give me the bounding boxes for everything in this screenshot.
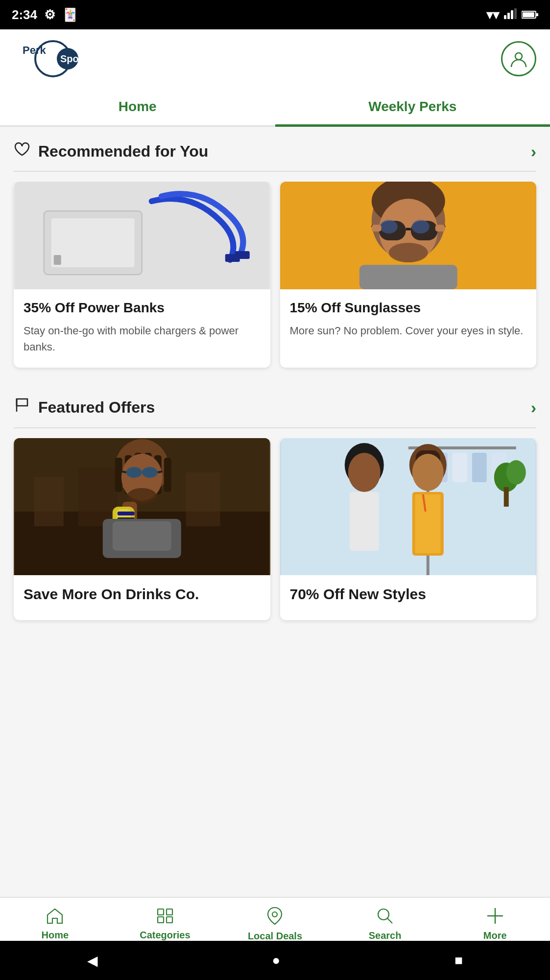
- svg-line-50: [121, 471, 126, 472]
- card-title-power-banks: 35% Off Power Banks: [24, 300, 261, 316]
- svg-rect-74: [415, 494, 440, 553]
- card-title-drinks: Save More On Drinks Co.: [24, 586, 261, 603]
- sim-icon: 🃏: [62, 7, 78, 23]
- svg-rect-37: [78, 467, 118, 526]
- signal-icon: [504, 7, 517, 23]
- card-body-sunglasses: 15% Off Sunglasses More sun? No problem.…: [280, 289, 537, 368]
- svg-rect-29: [371, 225, 381, 232]
- tab-weekly-perks[interactable]: Weekly Perks: [275, 88, 550, 125]
- svg-text:Spot: Spot: [60, 53, 82, 64]
- nav-home-label: Home: [42, 930, 69, 941]
- tab-bar: Home Weekly Perks: [0, 88, 550, 127]
- logo: Perk Spot: [14, 39, 112, 78]
- svg-rect-82: [167, 917, 172, 923]
- nav-more-label: More: [483, 930, 507, 941]
- recommended-title-wrap: Recommended for You: [14, 141, 208, 161]
- status-left: 2:34 ⚙ 🃏: [12, 7, 78, 23]
- android-recent[interactable]: ■: [454, 953, 463, 968]
- card-image-styles: [280, 438, 537, 575]
- svg-point-77: [506, 460, 526, 485]
- card-image-power-banks: [14, 182, 270, 289]
- card-desc-sunglasses: More sun? No problem. Cover your eyes in…: [290, 323, 527, 339]
- recommended-divider: [14, 171, 536, 172]
- featured-section-header: Featured Offers ›: [0, 382, 550, 427]
- card-styles[interactable]: 70% Off New Styles: [280, 438, 537, 620]
- more-icon: [486, 907, 504, 927]
- card-title-sunglasses: 15% Off Sunglasses: [290, 300, 527, 316]
- tab-home[interactable]: Home: [0, 88, 275, 125]
- svg-point-52: [127, 488, 157, 504]
- card-body-power-banks: 35% Off Power Banks Stay on-the-go with …: [14, 289, 270, 368]
- status-bar: 2:34 ⚙ 🃏 ▾▾: [0, 0, 550, 29]
- card-body-styles: 70% Off New Styles: [280, 575, 537, 620]
- featured-cards: Save More On Drinks Co.: [0, 438, 550, 635]
- svg-rect-32: [359, 265, 457, 289]
- card-drinks[interactable]: Save More On Drinks Co.: [14, 438, 270, 620]
- main-content: Recommended for You ›: [0, 127, 550, 723]
- featured-divider: [14, 427, 536, 428]
- svg-rect-15: [54, 255, 61, 265]
- perkspot-logo: Perk Spot: [14, 39, 112, 78]
- recommended-chevron[interactable]: ›: [531, 142, 536, 161]
- svg-rect-30: [435, 225, 445, 232]
- heart-icon: [14, 141, 30, 161]
- svg-rect-65: [472, 453, 486, 482]
- svg-rect-76: [503, 487, 508, 507]
- search-icon: [376, 907, 394, 927]
- categories-icon: [156, 908, 174, 927]
- card-desc-power-banks: Stay on-the-go with mobile chargers & po…: [24, 323, 261, 355]
- svg-rect-36: [34, 477, 64, 526]
- svg-point-47: [126, 467, 142, 478]
- status-time: 2:34: [12, 7, 37, 23]
- svg-rect-56: [118, 512, 135, 515]
- svg-rect-38: [186, 472, 220, 526]
- svg-rect-6: [536, 13, 538, 16]
- svg-point-68: [348, 453, 380, 492]
- recommended-cards: 35% Off Power Banks Stay on-the-go with …: [0, 182, 550, 382]
- svg-text:Perk: Perk: [23, 44, 46, 56]
- home-icon: [46, 908, 64, 927]
- svg-rect-3: [514, 8, 517, 19]
- svg-rect-14: [51, 218, 135, 267]
- svg-point-28: [411, 220, 429, 233]
- svg-rect-59: [113, 521, 171, 551]
- featured-chevron[interactable]: ›: [531, 398, 536, 417]
- svg-point-11: [515, 53, 522, 60]
- header: Perk Spot: [0, 29, 550, 88]
- svg-rect-81: [158, 917, 164, 923]
- svg-point-48: [142, 467, 158, 478]
- android-back[interactable]: ◀: [87, 953, 98, 969]
- svg-rect-45: [164, 458, 171, 492]
- card-image-drinks: [14, 438, 270, 575]
- android-home[interactable]: ●: [272, 953, 281, 968]
- svg-line-51: [158, 471, 163, 472]
- svg-rect-1: [507, 13, 510, 19]
- featured-title: Featured Offers: [38, 398, 155, 417]
- svg-rect-2: [511, 10, 513, 19]
- nav-local-deals-label: Local Deals: [248, 931, 302, 942]
- battery-icon: [522, 7, 538, 23]
- svg-point-84: [378, 909, 389, 920]
- svg-point-31: [388, 243, 428, 262]
- card-image-sunglasses: [280, 182, 537, 289]
- card-body-drinks: Save More On Drinks Co.: [14, 575, 270, 620]
- settings-icon: ⚙: [44, 7, 55, 23]
- nav-categories-label: Categories: [140, 930, 190, 941]
- svg-point-27: [380, 220, 397, 233]
- svg-rect-80: [167, 909, 172, 915]
- profile-button[interactable]: [501, 41, 536, 76]
- android-nav: ◀ ● ■: [0, 941, 550, 980]
- svg-rect-79: [158, 909, 164, 915]
- nav-search-label: Search: [369, 930, 402, 941]
- card-title-styles: 70% Off New Styles: [290, 586, 527, 603]
- svg-rect-69: [349, 492, 379, 551]
- svg-point-83: [272, 912, 277, 917]
- svg-point-72: [412, 454, 443, 491]
- card-power-banks[interactable]: 35% Off Power Banks Stay on-the-go with …: [14, 182, 270, 368]
- status-right: ▾▾: [486, 7, 538, 23]
- svg-rect-0: [504, 15, 506, 19]
- card-sunglasses[interactable]: 15% Off Sunglasses More sun? No problem.…: [280, 182, 537, 368]
- wifi-icon: ▾▾: [486, 7, 499, 23]
- featured-title-wrap: Featured Offers: [14, 397, 155, 418]
- recommended-title: Recommended for You: [38, 142, 208, 161]
